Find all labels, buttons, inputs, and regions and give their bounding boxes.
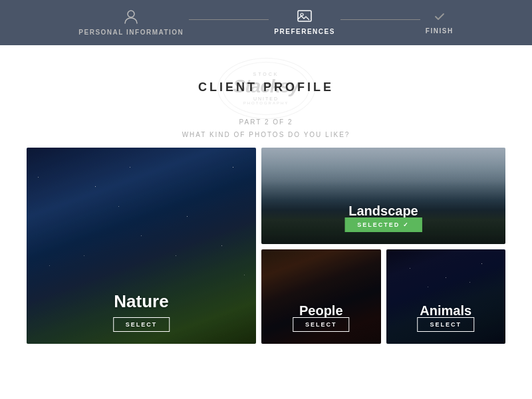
logo-top-text: Stock [253,72,279,76]
checkmark-icon [434,11,446,25]
person-icon [124,9,138,26]
landscape-label: Landscape [261,203,505,219]
step-label: Preferences [274,28,335,35]
animals-select-button[interactable]: Select [417,317,474,332]
wizard-header: Personal Information Preferences Finish [0,0,532,45]
logo-bottom-text: Photography [243,101,289,105]
card-overlay [27,148,256,344]
photo-card-landscape[interactable]: Landscape Selected [261,148,505,244]
nature-label: Nature [27,291,256,312]
photo-card-people[interactable]: People Select [261,249,381,344]
photo-card-animals[interactable]: Animals Select [386,249,506,344]
people-select-button[interactable]: Select [293,317,350,332]
step-preferences[interactable]: Preferences [274,10,335,35]
nature-select-button[interactable]: Select [113,317,170,332]
step-personal-information[interactable]: Personal Information [78,9,184,36]
photo-card-nature[interactable]: Nature Select [27,148,256,344]
step-label: Personal Information [78,29,184,36]
page-title: Client Profile [198,80,334,94]
svg-point-0 [128,11,134,17]
svg-point-2 [301,13,303,16]
step-line-2 [340,19,420,20]
photo-grid: Nature Select Landscape Selected People … [27,148,505,344]
logo-middle-text: United [253,96,279,101]
people-label: People [261,303,381,319]
logo-area: Stock Stacksy United Photography Client … [27,59,505,118]
landscape-select-button[interactable]: Selected [344,217,422,232]
bottom-row: People Select Animals Select [261,249,505,344]
main-content: Stock Stacksy United Photography Client … [0,45,532,357]
step-finish[interactable]: Finish [426,11,454,35]
step-line-1 [189,19,269,20]
part-label: Part 2 of 2 [27,118,505,126]
step-label: Finish [426,27,454,35]
question-label: What kind of photos do you like? [27,131,505,138]
image-icon [297,10,312,25]
animals-label: Animals [386,303,506,319]
